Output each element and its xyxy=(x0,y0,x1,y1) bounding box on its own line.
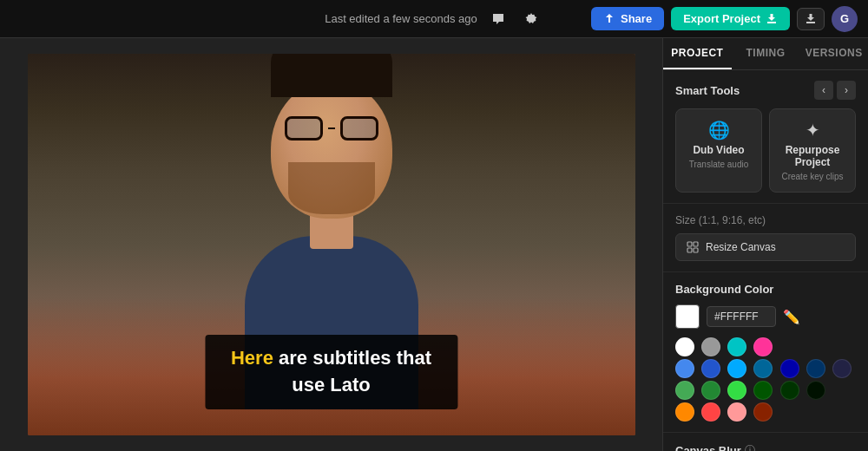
color-option-red[interactable] xyxy=(701,402,720,422)
color-option-lightred[interactable] xyxy=(727,402,746,422)
share-icon xyxy=(603,13,615,25)
repurpose-icon: ✦ xyxy=(806,120,820,141)
dub-video-desc: Translate audio xyxy=(689,160,749,169)
svg-rect-1 xyxy=(694,242,698,246)
color-option-darkgreen2[interactable] xyxy=(780,381,799,400)
nav-arrows: ‹ › xyxy=(814,81,856,100)
repurpose-desc: Create key clips xyxy=(781,172,843,181)
avatar-label: G xyxy=(840,12,849,25)
smart-tools-grid: 🌐 Dub Video Translate audio ✦ Repurpose … xyxy=(675,108,856,193)
repurpose-name: Repurpose Project xyxy=(777,144,848,168)
background-color-title: Background Color xyxy=(675,283,856,296)
resize-canvas-button[interactable]: Resize Canvas xyxy=(675,233,856,261)
dub-video-icon: 🌐 xyxy=(708,120,730,141)
color-option-blue3[interactable] xyxy=(727,359,746,378)
svg-rect-0 xyxy=(687,242,692,246)
color-option-darkgreen1[interactable] xyxy=(753,381,773,400)
subtitle-line1-rest: are subtitles that xyxy=(273,347,431,369)
last-edited-text: Last edited a few seconds ago xyxy=(325,12,477,25)
tab-timing[interactable]: TIMING xyxy=(732,38,800,69)
dub-video-name: Dub Video xyxy=(693,144,744,156)
download-icon xyxy=(805,13,817,25)
color-option-blue2[interactable] xyxy=(701,359,720,378)
repurpose-tool[interactable]: ✦ Repurpose Project Create key clips xyxy=(769,108,856,193)
dub-video-tool[interactable]: 🌐 Dub Video Translate audio xyxy=(675,108,762,193)
svg-rect-3 xyxy=(694,248,698,252)
subtitle-line2: use Lato xyxy=(231,372,431,399)
color-option-pink[interactable] xyxy=(753,337,773,356)
canvas-blur-info-icon[interactable]: ⓘ xyxy=(745,443,755,451)
color-option-empty2 xyxy=(806,337,825,356)
color-option-white[interactable] xyxy=(675,337,694,356)
nav-prev-button[interactable]: ‹ xyxy=(814,81,833,100)
video-area: Here are subtitles that use Lato xyxy=(0,38,662,451)
color-option-empty6 xyxy=(806,402,825,422)
share-label: Share xyxy=(621,12,652,25)
export-label: Export Project xyxy=(683,12,760,25)
color-option-navy2[interactable] xyxy=(806,359,825,378)
color-option-green3[interactable] xyxy=(727,381,746,400)
eyedropper-icon[interactable]: ✏️ xyxy=(783,309,800,325)
color-option-empty3 xyxy=(832,337,852,356)
size-section: Size (1:1, 9:16, etc) Resize Canvas xyxy=(663,204,868,272)
share-button[interactable]: Share xyxy=(591,7,664,30)
export-icon xyxy=(766,13,778,25)
color-option-orange[interactable] xyxy=(675,402,694,422)
topbar-right: Share Export Project G xyxy=(591,6,858,32)
color-grid xyxy=(675,337,856,422)
color-option-navy1[interactable] xyxy=(780,359,799,378)
size-label: Size (1:1, 9:16, etc) xyxy=(675,214,856,226)
color-row: ✏️ xyxy=(675,304,856,329)
color-hex-input[interactable] xyxy=(707,306,776,327)
nav-next-button[interactable]: › xyxy=(837,81,856,100)
download-button[interactable] xyxy=(797,8,825,30)
color-option-empty5 xyxy=(780,402,799,422)
tab-versions[interactable]: VERSIONS xyxy=(799,38,868,69)
tab-project[interactable]: PROJECT xyxy=(663,38,732,69)
comment-icon-button[interactable] xyxy=(486,9,510,29)
gear-icon xyxy=(524,12,538,26)
resize-canvas-label: Resize Canvas xyxy=(706,241,776,253)
topbar-center: Last edited a few seconds ago xyxy=(325,9,543,29)
color-option-darknavy[interactable] xyxy=(832,359,852,378)
svg-rect-2 xyxy=(687,248,692,252)
background-color-section: Background Color ✏️ xyxy=(663,272,868,433)
color-option-blue1[interactable] xyxy=(675,359,694,378)
canvas-blur-section: Canvas Blur ⓘ Off On xyxy=(663,433,868,451)
smart-tools-header: Smart Tools ‹ › xyxy=(675,81,856,100)
color-option-green2[interactable] xyxy=(701,381,720,400)
export-button[interactable]: Export Project xyxy=(671,7,790,30)
color-option-empty1 xyxy=(780,337,799,356)
panel-tabs: PROJECT TIMING VERSIONS xyxy=(663,38,868,70)
video-container: Here are subtitles that use Lato xyxy=(28,54,635,435)
color-option-blue4[interactable] xyxy=(753,359,773,378)
color-swatch[interactable] xyxy=(675,304,700,329)
color-option-darkred[interactable] xyxy=(753,402,773,422)
color-option-empty7 xyxy=(832,402,852,422)
color-option-green1[interactable] xyxy=(675,381,694,400)
subtitle-highlight: Here xyxy=(231,347,273,369)
right-panel: PROJECT TIMING VERSIONS Smart Tools ‹ › … xyxy=(662,38,868,451)
smart-tools-title: Smart Tools xyxy=(675,84,740,97)
main-content: Here are subtitles that use Lato PROJECT… xyxy=(0,38,868,451)
settings-icon-button[interactable] xyxy=(519,9,543,29)
color-option-empty4 xyxy=(832,381,852,400)
resize-icon xyxy=(687,241,699,253)
color-option-cyan[interactable] xyxy=(727,337,746,356)
subtitle-bar: Here are subtitles that use Lato xyxy=(205,335,457,409)
canvas-blur-header: Canvas Blur ⓘ xyxy=(675,443,856,451)
smart-tools-section: Smart Tools ‹ › 🌐 Dub Video Translate au… xyxy=(663,70,868,204)
comment-icon xyxy=(491,12,505,26)
canvas-blur-title: Canvas Blur xyxy=(675,444,741,451)
color-option-gray[interactable] xyxy=(701,337,720,356)
topbar: Last edited a few seconds ago Share Expo… xyxy=(0,0,868,38)
user-avatar-button[interactable]: G xyxy=(832,6,858,32)
subtitle-line1: Here are subtitles that xyxy=(231,345,431,372)
color-option-darkgreen3[interactable] xyxy=(806,381,825,400)
